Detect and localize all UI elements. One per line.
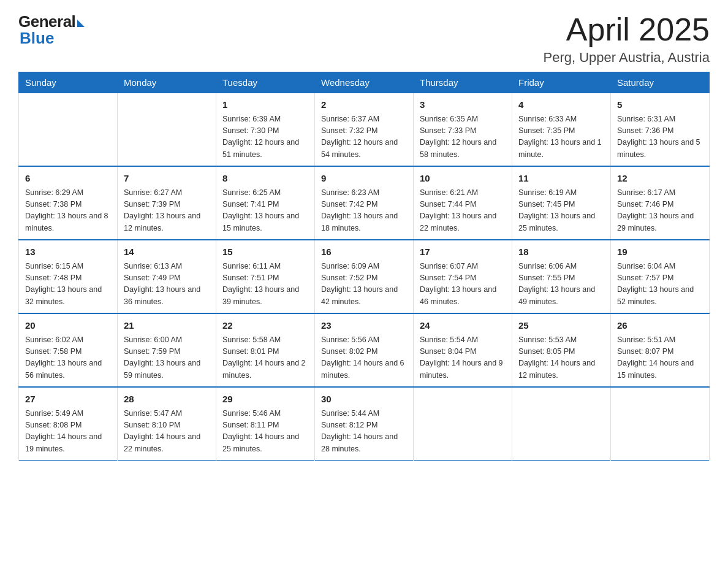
calendar-cell: 25Sunrise: 5:53 AM Sunset: 8:05 PM Dayli… [512, 313, 611, 387]
day-number: 24 [420, 319, 506, 333]
day-number: 26 [617, 319, 703, 333]
calendar-cell: 15Sunrise: 6:11 AM Sunset: 7:51 PM Dayli… [216, 240, 315, 313]
calendar-cell: 27Sunrise: 5:49 AM Sunset: 8:08 PM Dayli… [19, 387, 118, 461]
day-info: Sunrise: 5:54 AM Sunset: 8:04 PM Dayligh… [420, 334, 506, 382]
calendar-cell: 22Sunrise: 5:58 AM Sunset: 8:01 PM Dayli… [216, 313, 315, 387]
day-number: 10 [420, 172, 506, 186]
day-info: Sunrise: 5:44 AM Sunset: 8:12 PM Dayligh… [321, 408, 407, 456]
day-info: Sunrise: 5:47 AM Sunset: 8:10 PM Dayligh… [124, 408, 210, 456]
day-number: 13 [25, 245, 111, 259]
calendar-cell [611, 387, 710, 461]
page-header: General Blue April 2025 Perg, Upper Aust… [18, 12, 710, 66]
day-info: Sunrise: 6:21 AM Sunset: 7:44 PM Dayligh… [420, 187, 506, 235]
day-number: 19 [617, 245, 703, 259]
day-number: 6 [25, 172, 111, 186]
calendar-cell [118, 93, 216, 167]
calendar-cell: 28Sunrise: 5:47 AM Sunset: 8:10 PM Dayli… [118, 387, 216, 461]
calendar-cell: 24Sunrise: 5:54 AM Sunset: 8:04 PM Dayli… [414, 313, 512, 387]
day-number: 23 [321, 319, 407, 333]
calendar-cell: 29Sunrise: 5:46 AM Sunset: 8:11 PM Dayli… [216, 387, 315, 461]
calendar-cell [512, 387, 611, 461]
calendar-cell: 7Sunrise: 6:27 AM Sunset: 7:39 PM Daylig… [118, 166, 216, 240]
day-info: Sunrise: 6:11 AM Sunset: 7:51 PM Dayligh… [222, 261, 308, 308]
weekday-header-thursday: Thursday [414, 72, 512, 93]
day-info: Sunrise: 6:37 AM Sunset: 7:32 PM Dayligh… [321, 113, 407, 161]
calendar-cell: 4Sunrise: 6:33 AM Sunset: 7:35 PM Daylig… [512, 93, 611, 167]
weekday-header-friday: Friday [512, 72, 611, 93]
day-number: 8 [222, 172, 308, 186]
day-number: 25 [518, 319, 604, 333]
calendar-cell: 6Sunrise: 6:29 AM Sunset: 7:38 PM Daylig… [19, 166, 118, 240]
calendar-cell: 21Sunrise: 6:00 AM Sunset: 7:59 PM Dayli… [118, 313, 216, 387]
calendar-week-5: 27Sunrise: 5:49 AM Sunset: 8:08 PM Dayli… [19, 387, 710, 461]
calendar-header-row: SundayMondayTuesdayWednesdayThursdayFrid… [19, 72, 710, 93]
day-number: 20 [25, 319, 111, 333]
day-number: 29 [222, 393, 308, 407]
calendar-cell: 10Sunrise: 6:21 AM Sunset: 7:44 PM Dayli… [414, 166, 512, 240]
calendar-cell: 13Sunrise: 6:15 AM Sunset: 7:48 PM Dayli… [19, 240, 118, 313]
calendar-cell: 3Sunrise: 6:35 AM Sunset: 7:33 PM Daylig… [414, 93, 512, 167]
day-info: Sunrise: 6:33 AM Sunset: 7:35 PM Dayligh… [518, 113, 604, 161]
weekday-header-wednesday: Wednesday [315, 72, 414, 93]
day-info: Sunrise: 5:51 AM Sunset: 8:07 PM Dayligh… [617, 334, 703, 382]
day-number: 16 [321, 245, 407, 259]
calendar-cell: 26Sunrise: 5:51 AM Sunset: 8:07 PM Dayli… [611, 313, 710, 387]
weekday-header-tuesday: Tuesday [216, 72, 315, 93]
day-info: Sunrise: 6:06 AM Sunset: 7:55 PM Dayligh… [518, 261, 604, 308]
logo-blue-text: Blue [20, 29, 54, 48]
calendar-cell: 2Sunrise: 6:37 AM Sunset: 7:32 PM Daylig… [315, 93, 414, 167]
calendar-cell: 8Sunrise: 6:25 AM Sunset: 7:41 PM Daylig… [216, 166, 315, 240]
calendar-week-4: 20Sunrise: 6:02 AM Sunset: 7:58 PM Dayli… [19, 313, 710, 387]
calendar-cell: 12Sunrise: 6:17 AM Sunset: 7:46 PM Dayli… [611, 166, 710, 240]
logo-arrow-icon [77, 20, 85, 27]
weekday-header-sunday: Sunday [19, 72, 118, 93]
day-number: 2 [321, 98, 407, 112]
day-info: Sunrise: 6:39 AM Sunset: 7:30 PM Dayligh… [222, 113, 308, 161]
day-number: 5 [617, 98, 703, 112]
day-number: 12 [617, 172, 703, 186]
calendar-cell: 19Sunrise: 6:04 AM Sunset: 7:57 PM Dayli… [611, 240, 710, 313]
day-info: Sunrise: 6:23 AM Sunset: 7:42 PM Dayligh… [321, 187, 407, 235]
page-subtitle: Perg, Upper Austria, Austria [544, 50, 710, 66]
calendar-cell [19, 93, 118, 167]
day-number: 30 [321, 393, 407, 407]
weekday-header-saturday: Saturday [611, 72, 710, 93]
day-info: Sunrise: 6:31 AM Sunset: 7:36 PM Dayligh… [617, 113, 703, 161]
day-info: Sunrise: 6:29 AM Sunset: 7:38 PM Dayligh… [25, 187, 111, 235]
day-info: Sunrise: 5:56 AM Sunset: 8:02 PM Dayligh… [321, 334, 407, 382]
day-info: Sunrise: 6:35 AM Sunset: 7:33 PM Dayligh… [420, 113, 506, 161]
day-info: Sunrise: 5:58 AM Sunset: 8:01 PM Dayligh… [222, 334, 308, 382]
calendar-cell: 17Sunrise: 6:07 AM Sunset: 7:54 PM Dayli… [414, 240, 512, 313]
day-number: 28 [124, 393, 210, 407]
calendar-cell: 5Sunrise: 6:31 AM Sunset: 7:36 PM Daylig… [611, 93, 710, 167]
day-number: 18 [518, 245, 604, 259]
weekday-header-monday: Monday [118, 72, 216, 93]
day-info: Sunrise: 5:49 AM Sunset: 8:08 PM Dayligh… [25, 408, 111, 456]
calendar-cell: 20Sunrise: 6:02 AM Sunset: 7:58 PM Dayli… [19, 313, 118, 387]
day-info: Sunrise: 6:13 AM Sunset: 7:49 PM Dayligh… [124, 261, 210, 308]
day-number: 27 [25, 393, 111, 407]
day-info: Sunrise: 6:04 AM Sunset: 7:57 PM Dayligh… [617, 261, 703, 308]
calendar-cell: 11Sunrise: 6:19 AM Sunset: 7:45 PM Dayli… [512, 166, 611, 240]
day-number: 4 [518, 98, 604, 112]
day-number: 7 [124, 172, 210, 186]
calendar-cell: 23Sunrise: 5:56 AM Sunset: 8:02 PM Dayli… [315, 313, 414, 387]
day-number: 11 [518, 172, 604, 186]
day-number: 15 [222, 245, 308, 259]
day-info: Sunrise: 6:09 AM Sunset: 7:52 PM Dayligh… [321, 261, 407, 308]
day-number: 17 [420, 245, 506, 259]
day-info: Sunrise: 6:15 AM Sunset: 7:48 PM Dayligh… [25, 261, 111, 308]
day-info: Sunrise: 6:00 AM Sunset: 7:59 PM Dayligh… [124, 334, 210, 382]
calendar-cell: 16Sunrise: 6:09 AM Sunset: 7:52 PM Dayli… [315, 240, 414, 313]
day-info: Sunrise: 6:19 AM Sunset: 7:45 PM Dayligh… [518, 187, 604, 235]
day-number: 9 [321, 172, 407, 186]
calendar-cell [414, 387, 512, 461]
day-info: Sunrise: 6:07 AM Sunset: 7:54 PM Dayligh… [420, 261, 506, 308]
day-info: Sunrise: 6:25 AM Sunset: 7:41 PM Dayligh… [222, 187, 308, 235]
day-number: 1 [222, 98, 308, 112]
page-title: April 2025 [544, 12, 710, 47]
day-info: Sunrise: 5:53 AM Sunset: 8:05 PM Dayligh… [518, 334, 604, 382]
calendar-cell: 18Sunrise: 6:06 AM Sunset: 7:55 PM Dayli… [512, 240, 611, 313]
day-info: Sunrise: 5:46 AM Sunset: 8:11 PM Dayligh… [222, 408, 308, 456]
calendar-week-2: 6Sunrise: 6:29 AM Sunset: 7:38 PM Daylig… [19, 166, 710, 240]
